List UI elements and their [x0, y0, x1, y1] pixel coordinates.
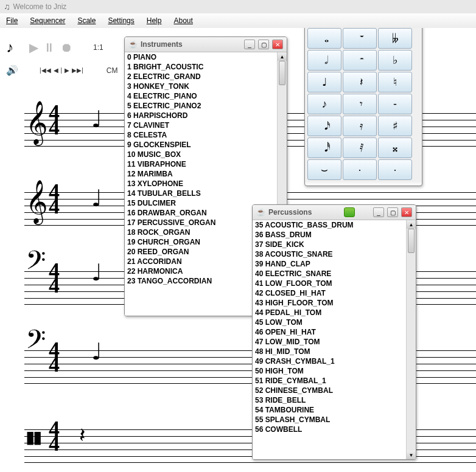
palette-cell[interactable]: · — [343, 159, 377, 180]
list-item[interactable]: 12 MARIMBA — [125, 169, 277, 179]
list-item[interactable]: 38 ACOUSTIC_SNARE — [253, 249, 406, 259]
list-item[interactable]: 8 CELESTA — [125, 130, 277, 140]
palette-cell[interactable]: ⌣ — [307, 159, 341, 180]
pause-button[interactable]: ⏸ — [43, 41, 55, 55]
menu-file[interactable]: File — [0, 15, 24, 27]
percussion-clef-icon: ▮▮ — [26, 427, 40, 447]
percussions-list[interactable]: 35 ACOUSTIC_BASS_DRUM36 BASS_DRUM37 SIDE… — [253, 220, 406, 459]
fast-fwd-button[interactable]: ▶▶| — [72, 67, 83, 74]
java-icon: ☕ — [128, 40, 138, 49]
list-item[interactable]: 46 OPEN_HI_HAT — [253, 327, 406, 337]
record-button[interactable]: ⏺ — [60, 41, 72, 55]
list-item[interactable]: 36 BASS_DRUM — [253, 230, 406, 240]
list-item[interactable]: 39 HAND_CLAP — [253, 259, 406, 269]
palette-cell[interactable]: 𝅀 — [343, 137, 377, 158]
list-item[interactable]: 11 VIBRAPHONE — [125, 159, 277, 169]
list-item[interactable]: 49 CRASH_CYMBAL_1 — [253, 356, 406, 366]
palette-cell[interactable]: 𝄽 — [343, 72, 377, 92]
list-item[interactable]: 3 HONKEY_TONK — [125, 82, 277, 91]
minimize-button[interactable]: _ — [373, 207, 384, 217]
list-item[interactable]: 2 ELECTRIC_GRAND — [125, 72, 277, 82]
scroll-up-button[interactable]: ▲ — [278, 52, 287, 61]
list-item[interactable]: 5 ELECTRIC_PIANO2 — [125, 101, 277, 111]
quarter-note[interactable]: ♩ — [91, 185, 102, 212]
list-item[interactable]: 52 CHINESE_CYMBAL — [253, 386, 406, 395]
quarter-note[interactable]: ♩ — [91, 259, 102, 286]
rewind-start-button[interactable]: |◀◀ — [40, 67, 51, 74]
percussions-window[interactable]: ☕ Percussions _ ▢ ✕ 35 ACOUSTIC_BASS_DRU… — [252, 204, 416, 460]
palette-cell[interactable]: 𝅘𝅥𝅰 — [307, 137, 341, 158]
list-item[interactable]: 51 RIDE_CYMBAL_1 — [253, 376, 406, 386]
menu-scale[interactable]: Scale — [71, 15, 102, 27]
palette-cell[interactable]: - — [378, 94, 412, 114]
maximize-button[interactable]: ▢ — [258, 40, 269, 49]
list-item[interactable]: 54 TAMBOURINE — [253, 405, 406, 415]
list-item[interactable]: 1 BRIGHT_ACOUSTIC — [125, 62, 277, 72]
window-titlebar[interactable]: ☕ Instruments _ ▢ ✕ — [125, 37, 287, 52]
note-palette: 𝅝𝄻𝄫𝅗𝅥𝄼♭♩𝄽♮♪𝄾-𝅘𝅥𝅯𝄿♯𝅘𝅥𝅰𝅀𝄪⌣·· — [305, 28, 422, 182]
palette-cell[interactable]: ♮ — [378, 72, 412, 92]
palette-cell[interactable]: 𝄫 — [378, 28, 412, 49]
list-item[interactable]: 4 ELECTRIC_PIANO — [125, 91, 277, 101]
list-item[interactable]: 53 RIDE_BELL — [253, 395, 406, 405]
minimize-button[interactable]: _ — [244, 40, 255, 49]
list-item[interactable]: 43 HIGH_FLOOR_TOM — [253, 298, 406, 308]
palette-cell[interactable]: · — [378, 159, 412, 180]
list-item[interactable]: 45 LOW_TOM — [253, 318, 406, 327]
list-item[interactable]: 55 SPLASH_CYMBAL — [253, 415, 406, 425]
step-fwd-button[interactable]: ▶ — [65, 67, 69, 74]
maximize-button[interactable]: ▢ — [387, 207, 398, 217]
palette-cell[interactable]: ♭ — [378, 50, 412, 71]
change-item-window[interactable]: ☕ Change Ite... _ ▢ ✕ 𝅝𝄻𝄫𝅗𝅥𝄼♭♩𝄽♮♪𝄾-𝅘𝅥𝅯𝄿♯… — [304, 28, 422, 186]
list-item[interactable]: 0 PIANO — [125, 52, 277, 62]
scroll-thumb[interactable] — [408, 229, 415, 253]
list-item[interactable]: 48 HI_MID_TOM — [253, 347, 406, 356]
menu-settings[interactable]: Settings — [102, 15, 140, 27]
list-item[interactable]: 42 CLOSED_HI_HAT — [253, 288, 406, 298]
palette-cell[interactable]: 𝅝 — [307, 28, 341, 49]
scroll-up-button[interactable]: ▲ — [407, 220, 416, 229]
list-item[interactable]: 14 TUBULAR_BELLS — [125, 189, 277, 198]
menu-about[interactable]: About — [167, 15, 198, 27]
window-titlebar[interactable]: ☕ Percussions _ ▢ ✕ — [253, 205, 416, 220]
list-item[interactable]: 47 LOW_MID_TOM — [253, 337, 406, 347]
quarter-note[interactable]: ♩ — [91, 338, 102, 365]
list-item[interactable]: 9 GLOCKENSPIEL — [125, 140, 277, 150]
speaker-icon[interactable]: 🔊 — [6, 64, 18, 76]
scrollbar[interactable]: ▲ ▼ — [406, 220, 416, 459]
list-item[interactable]: 37 SIDE_KICK — [253, 240, 406, 249]
palette-cell[interactable]: 𝄻 — [343, 28, 377, 49]
list-item[interactable]: 50 HIGH_TOM — [253, 366, 406, 376]
time-signature: 44 — [49, 422, 60, 451]
list-item[interactable]: 6 HARPISCHORD — [125, 111, 277, 120]
note-tool-icon[interactable]: ♪ — [6, 39, 13, 56]
step-back-button[interactable]: ◀ — [54, 67, 58, 74]
menu-help[interactable]: Help — [141, 15, 168, 27]
list-item[interactable]: 7 CLAVINET — [125, 120, 277, 130]
menu-sequencer[interactable]: Sequencer — [24, 15, 71, 27]
palette-cell[interactable]: ♩ — [307, 72, 341, 92]
quarter-note[interactable]: ♩ — [91, 106, 102, 133]
status-icon[interactable] — [344, 207, 355, 217]
palette-cell[interactable]: 𝄪 — [378, 137, 412, 158]
menubar: File Sequencer Scale Settings Help About — [0, 13, 476, 29]
list-item[interactable]: 10 MUSIC_BOX — [125, 150, 277, 159]
list-item[interactable]: 44 PEDAL_HI_TOM — [253, 308, 406, 318]
palette-cell[interactable]: 𝄾 — [343, 94, 377, 114]
palette-cell[interactable]: 𝄿 — [343, 116, 377, 136]
palette-cell[interactable]: ♪ — [307, 94, 341, 114]
list-item[interactable]: 40 ELECTRIC_SNARE — [253, 269, 406, 279]
palette-cell[interactable]: ♯ — [378, 116, 412, 136]
scroll-thumb[interactable] — [279, 61, 285, 85]
list-item[interactable]: 13 XYLOPHONE — [125, 179, 277, 189]
list-item[interactable]: 56 COWBELL — [253, 425, 406, 434]
close-button[interactable]: ✕ — [401, 207, 412, 217]
palette-cell[interactable]: 𝅘𝅥𝅯 — [307, 116, 341, 136]
palette-cell[interactable]: 𝄼 — [343, 50, 377, 71]
play-button[interactable]: ▶ — [29, 40, 38, 55]
scroll-down-button[interactable]: ▼ — [407, 451, 416, 459]
close-button[interactable]: ✕ — [272, 40, 283, 49]
list-item[interactable]: 35 ACOUSTIC_BASS_DRUM — [253, 220, 406, 230]
list-item[interactable]: 41 LOW_FLOOR_TOM — [253, 279, 406, 288]
palette-cell[interactable]: 𝅗𝅥 — [307, 50, 341, 71]
